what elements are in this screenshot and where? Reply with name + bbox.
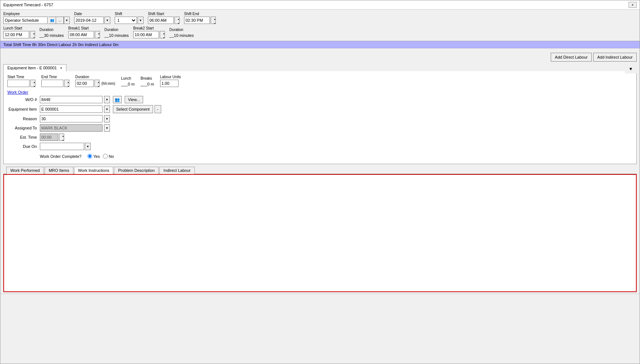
equipment-item-dropdown-arrow[interactable]: ▼ <box>104 105 110 113</box>
end-time-up[interactable]: ▲ <box>65 80 69 84</box>
end-time-input[interactable] <box>41 80 63 87</box>
shift-end-spinner[interactable]: ▲ ▼ <box>211 17 216 24</box>
duration-input-row: ▲ ▼ (hh:mm) <box>75 80 115 87</box>
break2-start-up[interactable]: ▲ <box>160 31 165 36</box>
duration2-label: Duration <box>104 28 129 32</box>
duration-up[interactable]: ▲ <box>95 80 100 84</box>
shift-start-input[interactable] <box>148 17 174 24</box>
tab-work-instructions-label: Work Instructions <box>78 168 110 173</box>
no-label: No <box>109 154 114 159</box>
employee-input[interactable]: Operator Schedule <box>3 17 48 24</box>
add-direct-labour-button[interactable]: Add Direct Labour <box>551 53 592 62</box>
shift-start-spinner[interactable]: ▲ ▼ <box>174 17 180 24</box>
wo-dropdown-arrow[interactable]: ▼ <box>104 96 110 103</box>
yes-radio[interactable] <box>87 154 92 159</box>
break1-start-field-group: Break1 Start ▲ ▼ <box>68 26 100 38</box>
yes-label: Yes <box>93 154 100 159</box>
break1-start-down[interactable]: ▼ <box>95 36 100 38</box>
est-time-spinner[interactable]: ▲ ▼ <box>59 134 64 141</box>
break1-start-spinner[interactable]: ▲ ▼ <box>95 31 100 38</box>
duration3-field-group: Duration __10 minutes <box>169 28 194 38</box>
select-component-button[interactable]: Select Component <box>113 105 153 113</box>
no-radio-label[interactable]: No <box>103 154 114 159</box>
duration-input[interactable] <box>75 80 94 87</box>
wo-search-button[interactable]: 👥 <box>113 96 122 103</box>
end-time-spinner[interactable]: ▲ ▼ <box>64 80 69 87</box>
duration1-value: __30 minutes <box>39 32 64 38</box>
shift-start-down[interactable]: ▼ <box>175 21 180 24</box>
lunch-start-spinner[interactable]: ▲ ▼ <box>30 31 35 38</box>
tab-work-instructions[interactable]: Work Instructions <box>74 167 114 174</box>
est-time-input[interactable] <box>40 134 58 141</box>
duration-spinner[interactable]: ▲ ▼ <box>94 80 100 87</box>
shift-dropdown-arrow[interactable]: ▼ <box>138 17 143 24</box>
lunch-value: ___0 m <box>121 81 135 87</box>
status-bar: Total Shift Time 8h 30m Direct Labour 2h… <box>0 41 640 48</box>
breaks-value: ___0 m <box>141 81 154 87</box>
panel-dropdown-btn[interactable]: ▼ <box>625 65 637 73</box>
equipment-item-tab-close[interactable]: × <box>60 66 62 70</box>
lunch-field-group: Lunch ___0 m <box>121 76 135 87</box>
equipment-item-tab[interactable]: Equipment Item - E 000001 × <box>3 64 66 72</box>
labour-units-field-group: Labour Units <box>160 75 181 87</box>
due-on-dropdown-arrow[interactable]: ▼ <box>85 143 91 150</box>
tab-work-performed[interactable]: Work Performed <box>6 167 44 174</box>
shift-select[interactable]: 1 <box>115 17 137 24</box>
end-time-down[interactable]: ▼ <box>65 84 69 87</box>
work-order-link[interactable]: Work Order <box>7 90 28 94</box>
wo-view-button[interactable]: View... <box>125 96 143 103</box>
tab-problem-description[interactable]: Problem Description <box>114 167 159 174</box>
shift-start-up[interactable]: ▲ <box>175 17 180 21</box>
close-button[interactable]: × <box>629 2 637 8</box>
assigned-to-row: Assigned To ▼ <box>7 124 633 132</box>
employee-input-row: Operator Schedule 👥 ... ▼ <box>3 17 70 24</box>
tab-area: Equipment Item - E 000001 × ▼ <box>0 64 640 71</box>
tab-indirect-labour[interactable]: Indirect Labour <box>159 167 194 174</box>
lunch-start-input-row: ▲ ▼ <box>3 31 35 38</box>
date-field-group: Date ▼ <box>74 12 110 24</box>
lunch-start-input[interactable] <box>3 31 29 38</box>
shift-end-up[interactable]: ▲ <box>211 17 216 21</box>
employee-more-btn[interactable]: ... <box>56 17 64 24</box>
assigned-to-input[interactable] <box>40 124 103 132</box>
duration-down[interactable]: ▼ <box>95 84 100 87</box>
start-time-down[interactable]: ▼ <box>31 84 35 87</box>
shift-end-down[interactable]: ▼ <box>211 21 216 24</box>
start-time-input[interactable] <box>7 80 30 87</box>
start-time-spinner[interactable]: ▲ ▼ <box>30 80 35 87</box>
breaks-label: Breaks <box>141 76 154 80</box>
reason-dropdown-arrow[interactable]: ▼ <box>104 115 110 122</box>
est-time-row: Est. Time ▲ ▼ <box>7 134 633 141</box>
reason-row: Reason ▼ <box>7 115 633 122</box>
employee-dropdown-arrow[interactable]: ▼ <box>64 17 70 24</box>
wo-input[interactable] <box>40 96 103 103</box>
break2-start-input[interactable] <box>133 31 159 38</box>
labour-units-input[interactable] <box>160 80 179 87</box>
yes-radio-label[interactable]: Yes <box>87 154 100 159</box>
shift-end-input[interactable] <box>184 17 210 24</box>
lunch-start-up[interactable]: ▲ <box>30 31 35 36</box>
select-component-arrow-btn[interactable]: - <box>155 105 161 113</box>
no-radio[interactable] <box>103 154 108 159</box>
start-time-up[interactable]: ▲ <box>31 80 35 84</box>
due-on-row: Due On ▼ <box>7 143 633 150</box>
break2-start-spinner[interactable]: ▲ ▼ <box>160 31 165 38</box>
est-time-down[interactable]: ▼ <box>59 138 64 141</box>
date-input[interactable] <box>74 17 104 24</box>
assigned-to-dropdown-arrow[interactable]: ▼ <box>104 124 110 132</box>
due-on-input[interactable] <box>40 143 84 150</box>
date-dropdown-arrow[interactable]: ▼ <box>104 17 110 24</box>
reason-label: Reason <box>7 117 37 121</box>
add-indirect-labour-button[interactable]: Add Indirect Labour <box>593 53 637 62</box>
break1-start-input[interactable] <box>68 31 94 38</box>
tab-mro-items[interactable]: MRO Items <box>45 167 73 174</box>
lunch-start-down[interactable]: ▼ <box>30 36 35 38</box>
equipment-item-input[interactable] <box>40 105 103 113</box>
break2-start-label: Break2 Start <box>133 26 165 30</box>
employee-search-btn[interactable]: 👥 <box>48 17 56 24</box>
est-time-up[interactable]: ▲ <box>59 134 64 138</box>
break1-start-up[interactable]: ▲ <box>95 31 100 36</box>
end-time-input-row: ▲ ▼ <box>41 80 69 87</box>
reason-input[interactable] <box>40 115 103 122</box>
break2-start-down[interactable]: ▼ <box>160 36 165 38</box>
